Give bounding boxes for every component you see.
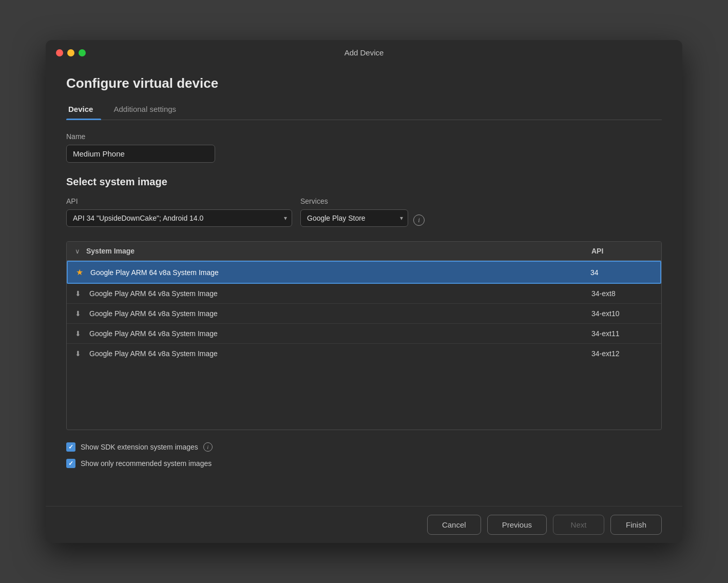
- tabs-bar: Device Additional settings: [66, 101, 662, 120]
- download-icon: ⬇: [75, 349, 89, 358]
- table-row[interactable]: ⬇ Google Play ARM 64 v8a System Image 34…: [67, 324, 661, 344]
- title-bar: Add Device: [46, 40, 682, 65]
- dropdowns-row: API API 34 "UpsideDownCake"; Android 14.…: [66, 197, 662, 227]
- download-icon: ⬇: [75, 289, 89, 298]
- section-title: Select system image: [66, 176, 662, 188]
- window-title: Add Device: [344, 48, 384, 57]
- recommended-label: Show only recommended system images: [81, 459, 212, 468]
- table-row[interactable]: ⬇ Google Play ARM 64 v8a System Image 34…: [67, 304, 661, 324]
- table-row[interactable]: ⬇ Google Play ARM 64 v8a System Image 34…: [67, 344, 661, 363]
- sdk-ext-checkbox[interactable]: ✓: [66, 442, 75, 452]
- recommended-checkbox-row: ✓ Show only recommended system images: [66, 459, 662, 468]
- services-dropdown[interactable]: Google Play Store: [300, 209, 408, 227]
- checkmark-icon: ✓: [68, 443, 73, 451]
- finish-button[interactable]: Finish: [610, 515, 662, 535]
- services-row: Google Play Store ▾ i: [300, 209, 425, 227]
- services-dropdown-wrapper: Google Play Store ▾: [300, 209, 408, 227]
- minimize-button[interactable]: [67, 49, 74, 56]
- sdk-ext-info-icon[interactable]: i: [203, 442, 213, 452]
- row-api-value: 34-ext11: [591, 329, 653, 338]
- download-icon: ⬇: [75, 329, 89, 338]
- device-name-input[interactable]: [66, 145, 215, 163]
- page-title: Configure virtual device: [66, 75, 662, 91]
- row-api-value: 34-ext10: [591, 309, 653, 318]
- name-label: Name: [66, 132, 662, 141]
- row-image-name: Google Play ARM 64 v8a System Image: [90, 268, 590, 277]
- checkmark-icon: ✓: [68, 460, 73, 467]
- row-image-name: Google Play ARM 64 v8a System Image: [89, 349, 591, 358]
- services-label: Services: [300, 197, 425, 205]
- col-header-api: API: [591, 247, 653, 255]
- row-api-value: 34: [590, 268, 652, 277]
- download-icon: ⬇: [75, 309, 89, 318]
- table-header: ∨ System Image API: [67, 242, 661, 261]
- row-image-name: Google Play ARM 64 v8a System Image: [89, 289, 591, 298]
- row-api-value: 34-ext8: [591, 289, 653, 298]
- sdk-ext-checkbox-row: ✓ Show SDK extension system images i: [66, 442, 662, 452]
- table-row[interactable]: ★ Google Play ARM 64 v8a System Image 34: [67, 261, 661, 284]
- footer: Cancel Previous Next Finish: [46, 506, 682, 543]
- tab-additional-settings[interactable]: Additional settings: [111, 101, 184, 120]
- services-info-icon[interactable]: i: [413, 215, 425, 226]
- main-content: Configure virtual device Device Addition…: [46, 65, 682, 506]
- col-header-image: System Image: [86, 247, 591, 255]
- previous-button[interactable]: Previous: [487, 515, 547, 535]
- recommended-checkbox[interactable]: ✓: [66, 459, 75, 468]
- checkboxes-section: ✓ Show SDK extension system images i ✓ S…: [66, 442, 662, 475]
- cancel-button[interactable]: Cancel: [427, 515, 481, 535]
- table-row[interactable]: ⬇ Google Play ARM 64 v8a System Image 34…: [67, 284, 661, 304]
- services-dropdown-group: Services Google Play Store ▾ i: [300, 197, 425, 227]
- star-icon: ★: [76, 267, 90, 277]
- api-dropdown-group: API API 34 "UpsideDownCake"; Android 14.…: [66, 197, 292, 227]
- api-dropdown-wrapper: API 34 "UpsideDownCake"; Android 14.0 ▾: [66, 209, 292, 227]
- traffic-lights: [56, 49, 86, 56]
- tab-device[interactable]: Device: [66, 101, 101, 120]
- sdk-ext-label: Show SDK extension system images: [81, 443, 198, 451]
- row-api-value: 34-ext12: [591, 349, 653, 358]
- row-image-name: Google Play ARM 64 v8a System Image: [89, 309, 591, 318]
- maximize-button[interactable]: [79, 49, 86, 56]
- row-image-name: Google Play ARM 64 v8a System Image: [89, 329, 591, 338]
- api-label: API: [66, 197, 292, 205]
- api-dropdown[interactable]: API 34 "UpsideDownCake"; Android 14.0: [66, 209, 292, 227]
- sort-icon[interactable]: ∨: [75, 247, 80, 255]
- next-button[interactable]: Next: [553, 515, 604, 535]
- system-image-table: ∨ System Image API ★ Google Play ARM 64 …: [66, 241, 662, 430]
- add-device-window: Add Device Configure virtual device Devi…: [46, 40, 682, 543]
- close-button[interactable]: [56, 49, 63, 56]
